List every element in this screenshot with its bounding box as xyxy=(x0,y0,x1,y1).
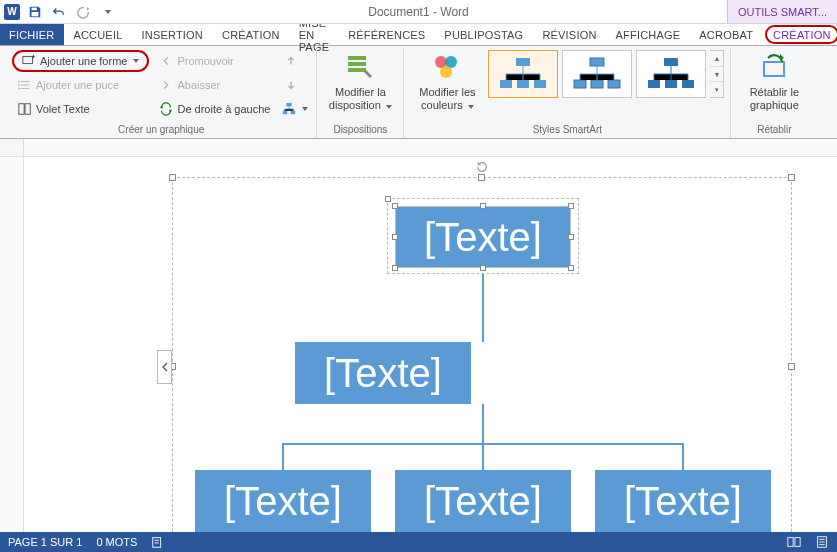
add-shape-label: Ajouter une forme xyxy=(40,55,127,67)
ruler-corner xyxy=(0,139,24,157)
rtl-button[interactable]: De droite à gauche xyxy=(153,98,276,120)
group-label: Créer un graphique xyxy=(118,122,204,138)
connector xyxy=(482,404,484,444)
edit-layout-button[interactable]: Modifier la disposition xyxy=(323,50,397,111)
demote-label: Abaisser xyxy=(177,79,220,91)
tab-references[interactable]: RÉFÉRENCES xyxy=(339,24,435,45)
title-bar: W Document1 - Word OUTILS SMART... xyxy=(0,0,837,24)
tab-smartart-creation[interactable]: CRÉATION xyxy=(765,25,837,44)
status-page[interactable]: PAGE 1 SUR 1 xyxy=(8,536,82,548)
svg-rect-22 xyxy=(574,80,586,88)
horizontal-ruler[interactable] xyxy=(24,139,837,157)
redo-icon[interactable] xyxy=(74,3,92,21)
group-retablir: Rétablir le graphique Rétablir xyxy=(731,48,817,138)
resize-handle[interactable] xyxy=(788,363,795,370)
svg-rect-23 xyxy=(591,80,603,88)
node-text: [Texte] xyxy=(424,215,542,260)
undo-icon[interactable] xyxy=(50,3,68,21)
reset-graphic-button[interactable]: Rétablir le graphique xyxy=(737,50,811,111)
layout-icon xyxy=(282,102,296,116)
style-thumb-2[interactable] xyxy=(562,50,632,98)
svg-rect-18 xyxy=(500,80,512,88)
tab-acrobat[interactable]: ACROBAT xyxy=(690,24,763,45)
style-thumb-1[interactable] xyxy=(488,50,558,98)
status-word-count[interactable]: 0 MOTS xyxy=(96,536,137,548)
page[interactable]: [Texte] [Texte] [Texte] [Texte] [Texte] xyxy=(24,157,837,532)
group-label: Styles SmartArt xyxy=(533,122,602,138)
text-pane-toggle[interactable] xyxy=(157,350,172,384)
connector xyxy=(682,443,684,471)
edit-layout-label: Modifier la disposition xyxy=(329,86,386,111)
smartart-node-child-3[interactable]: [Texte] xyxy=(595,470,771,532)
arrow-down-icon xyxy=(284,78,298,92)
chevron-left-icon xyxy=(161,362,169,372)
smartart-frame[interactable]: [Texte] [Texte] [Texte] [Texte] [Texte] xyxy=(172,177,792,552)
tab-fichier[interactable]: FICHIER xyxy=(0,24,64,45)
tab-creation[interactable]: CRÉATION xyxy=(213,24,290,45)
promote-button[interactable]: Promouvoir xyxy=(153,50,276,72)
smartart-node-root[interactable]: [Texte] xyxy=(395,206,571,268)
connector xyxy=(482,443,484,471)
promote-label: Promouvoir xyxy=(177,55,233,67)
text-pane-button[interactable]: Volet Texte xyxy=(12,98,149,120)
tab-affichage[interactable]: AFFICHAGE xyxy=(607,24,691,45)
save-icon[interactable] xyxy=(26,3,44,21)
word-app-icon[interactable]: W xyxy=(4,4,20,20)
demote-icon xyxy=(159,78,173,92)
tab-insertion[interactable]: INSERTION xyxy=(133,24,214,45)
smartart-node-child-1[interactable]: [Texte] xyxy=(195,470,371,532)
tab-revision[interactable]: RÉVISION xyxy=(533,24,606,45)
group-creer-graphique: Ajouter une forme Ajouter une puce Volet… xyxy=(6,48,317,138)
group-label: Dispositions xyxy=(333,122,387,138)
node-text: [Texte] xyxy=(324,351,442,396)
svg-rect-32 xyxy=(795,538,800,547)
svg-rect-26 xyxy=(648,80,660,88)
svg-rect-6 xyxy=(19,104,24,115)
qat-customize-icon[interactable] xyxy=(98,3,116,21)
demote-button[interactable]: Abaisser xyxy=(153,74,276,96)
svg-rect-0 xyxy=(32,7,37,10)
layout-button[interactable] xyxy=(280,98,310,120)
svg-rect-24 xyxy=(608,80,620,88)
svg-rect-31 xyxy=(788,538,793,547)
svg-rect-25 xyxy=(664,58,678,66)
status-bar: PAGE 1 SUR 1 0 MOTS xyxy=(0,532,837,552)
edit-colors-button[interactable]: Modifier les couleurs xyxy=(410,50,484,111)
svg-point-5 xyxy=(18,88,20,90)
connector xyxy=(482,274,484,342)
svg-rect-29 xyxy=(764,62,784,76)
style-gallery: ▲▼▾ xyxy=(488,50,724,98)
add-bullet-button[interactable]: Ajouter une puce xyxy=(12,74,149,96)
resize-handle[interactable] xyxy=(169,174,176,181)
view-print-icon[interactable] xyxy=(815,535,829,549)
edit-layout-icon xyxy=(344,52,376,84)
smartart-node-assistant[interactable]: [Texte] xyxy=(295,342,471,404)
edit-colors-icon xyxy=(431,52,463,84)
move-up-button[interactable] xyxy=(280,50,302,72)
style-thumb-3[interactable] xyxy=(636,50,706,98)
svg-rect-9 xyxy=(283,111,287,115)
view-read-icon[interactable] xyxy=(787,535,801,549)
resize-handle[interactable] xyxy=(788,174,795,181)
dropdown-caret-icon xyxy=(302,107,308,111)
quick-access-toolbar: W xyxy=(0,3,116,21)
document-area: [Texte] [Texte] [Texte] [Texte] [Texte] xyxy=(0,139,837,532)
tab-publipostage[interactable]: PUBLIPOSTAG xyxy=(435,24,533,45)
svg-rect-12 xyxy=(348,62,366,66)
vertical-ruler[interactable] xyxy=(0,157,24,532)
svg-rect-19 xyxy=(517,80,529,88)
tab-accueil[interactable]: ACCUEIL xyxy=(64,24,132,45)
gallery-expand-button[interactable]: ▲▼▾ xyxy=(710,50,724,98)
tab-mise-en-page[interactable]: MISE EN PAGE xyxy=(290,24,340,45)
group-label: Rétablir xyxy=(757,122,791,138)
svg-rect-8 xyxy=(287,103,292,107)
svg-rect-20 xyxy=(534,80,546,88)
dropdown-caret-icon xyxy=(133,59,139,63)
node-text: [Texte] xyxy=(624,479,742,524)
smartart-node-child-2[interactable]: [Texte] xyxy=(395,470,571,532)
add-shape-button[interactable]: Ajouter une forme xyxy=(12,50,149,72)
move-down-button[interactable] xyxy=(280,74,302,96)
spellcheck-icon[interactable] xyxy=(151,535,165,549)
resize-handle[interactable] xyxy=(478,174,485,181)
document-title: Document1 - Word xyxy=(368,5,468,19)
